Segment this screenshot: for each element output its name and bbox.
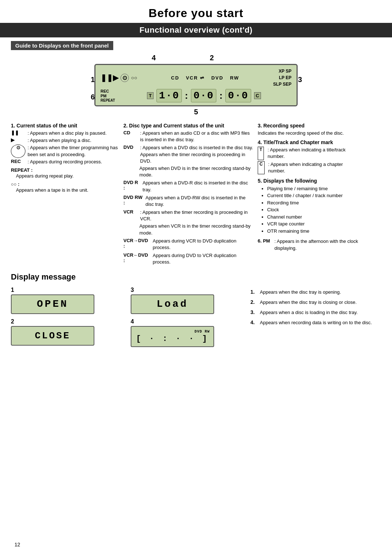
msg-num-2: 2 — [11, 318, 131, 325]
right-item-text-1: Appears when the disc tray is opening. — [260, 289, 341, 296]
section2-dvd: DVD : Appears when a DVD disc is inserte… — [123, 144, 254, 164]
vcr-text1: : Appears when the timer recording is pr… — [140, 209, 254, 222]
lcd-label-cd: CD — [171, 75, 179, 81]
column-1: 1. Current status of the unit ❚❚ : Appea… — [11, 123, 123, 266]
lcd-labels-right: XP SP LP EP SLP SEP — [273, 68, 291, 87]
repeat-text: Appears during repeat play. — [16, 173, 120, 179]
bullet-playing-time: Playing time / remaining time — [267, 185, 359, 192]
timer-icon: ⊙ — [121, 74, 129, 82]
dvdrw-label: DVD RW : — [123, 195, 143, 208]
section2-vcr-dvd: VCR→DVD : Appears during VCR to DVD dupl… — [123, 238, 254, 251]
digit-block-3: 0·0 — [225, 89, 251, 102]
play-text: : Appears when playing a disc. — [28, 137, 91, 144]
section6: 6. PM : Appears in the afternoon with th… — [258, 238, 359, 251]
lcd-rec-label: REC — [101, 89, 115, 93]
repeat-label: REPEAT : — [11, 167, 33, 173]
msg-display-1: OPEN — [11, 294, 94, 314]
vcr-label: VCR — [123, 209, 138, 222]
display-msg-mid: 3 Load 4 DVD RW [ · : · · ] — [131, 287, 250, 351]
msg-num-1: 1 — [11, 287, 131, 293]
lcd-top-row: ❚❚▶ ⊙ ○○ CD VCR ⇌ DVD RW XP SP LP EP — [101, 68, 291, 87]
lcd-lpep: LP EP — [273, 74, 291, 81]
bullet-title-chapter: Current title / chapter / track number — [267, 192, 359, 199]
oo-icon: ○○ — [131, 75, 137, 81]
page: Before you start Functional overview (co… — [0, 0, 392, 554]
msg-block-1: 1 OPEN — [11, 287, 131, 314]
section1-item-pause: ❚❚ : Appears when a disc play is paused. — [11, 130, 120, 137]
panel-num-2: 2 — [210, 54, 214, 62]
rec-text: : Appears during recording process. — [28, 159, 102, 165]
panel-num-3: 3 — [298, 76, 302, 84]
lcd-small-labels: REC PM REPEAT — [101, 89, 115, 102]
section1-item-timer: ⊙ : Appears when the timer programming h… — [11, 144, 120, 158]
dvdr-label: DVD R : — [123, 180, 140, 193]
dvdrw-text: Appears when a DVD-RW disc is inserted i… — [146, 195, 254, 208]
section5-list: Playing time / remaining time Current ti… — [261, 185, 359, 235]
lcd-label-vcr: VCR ⇌ — [186, 75, 205, 81]
msg-block-2: 2 CLOSE — [11, 318, 131, 346]
right-item-num-4: 4. — [250, 319, 257, 326]
digit-block-2: 0·0 — [191, 89, 216, 102]
lcd-panel: ❚❚▶ ⊙ ○○ CD VCR ⇌ DVD RW XP SP LP EP — [94, 64, 298, 106]
msg-num-3: 3 — [131, 287, 250, 293]
dvd-label: DVD — [123, 144, 138, 164]
bullet-recording-time: Recording time — [267, 199, 359, 207]
msg-display-4: DVD RW [ · : · · ] — [131, 326, 214, 347]
lcd-label-rw: RW — [230, 75, 239, 81]
content-area: 1. Current status of the unit ❚❚ : Appea… — [0, 116, 392, 266]
section1-repeat: REPEAT : Appears during repeat play. — [11, 167, 120, 179]
right-item-1: 1. Appears when the disc tray is opening… — [250, 289, 381, 296]
right-item-text-3: Appears when a disc is loading in the di… — [260, 309, 358, 316]
section-label: Guide to Displays on the front panel — [11, 41, 113, 50]
lcd-slpsep: SLP SEP — [273, 81, 291, 87]
page-number: 12 — [15, 542, 20, 547]
lcd-panel-container: ❚❚▶ ⊙ ○○ CD VCR ⇌ DVD RW XP SP LP EP — [94, 64, 298, 106]
right-item-num-2: 2. — [250, 299, 257, 306]
lcd-icons-left: ❚❚▶ ⊙ ○○ — [101, 73, 137, 82]
msg-display-3: Load — [131, 294, 214, 314]
section5-title: 5. Displays the following — [258, 178, 359, 184]
section3-text: Indicates the recording speed of the dis… — [258, 130, 359, 137]
bullet-clock: Clock — [267, 206, 359, 213]
dvdr-text: Appears when a DVD-R disc is inserted in… — [143, 180, 254, 193]
section2-cd: CD : Appears when an audio CD or a disc … — [123, 130, 254, 143]
play-symbol: ▶ — [11, 137, 25, 144]
colon-2: : — [219, 90, 222, 101]
title-icon: T — [147, 92, 154, 99]
section2-vcr: VCR : Appears when the timer recording i… — [123, 209, 254, 222]
c-icon: C — [258, 161, 265, 174]
oo-label: ○○ : — [11, 182, 20, 187]
msg-num-4: 4 — [131, 318, 250, 325]
pause-icon: ❚❚▶ — [101, 73, 118, 82]
dvd-vcr-label: VCR←DVD : — [123, 252, 151, 265]
right-item-num-1: 1. — [250, 289, 257, 296]
cd-text: : Appears when an audio CD or a disc wit… — [140, 130, 254, 143]
section6-label: 6. PM — [258, 238, 272, 251]
t-icon: T — [258, 147, 264, 160]
rec-symbol: REC — [11, 159, 25, 165]
vcr-dvd-label: VCR→DVD : — [123, 238, 151, 251]
section4-t: T : Appears when indicating a title/trac… — [258, 147, 359, 160]
panel-wrapper: 4 2 1 6 3 ❚❚▶ ⊙ ○○ CD — [60, 50, 332, 116]
cd-label: CD — [123, 130, 138, 143]
msg-text-close: CLOSE — [35, 330, 70, 341]
right-item-2: 2. Appears when the disc tray is closing… — [250, 299, 381, 306]
lcd-repeat-label: REPEAT — [101, 98, 115, 102]
right-items: 1. Appears when the disc tray is opening… — [250, 287, 381, 326]
main-title: Before you start — [0, 0, 392, 23]
lcd-pm-label: PM — [101, 94, 115, 98]
display-message-title: Display message — [11, 272, 381, 282]
t-text: : Appears when indicating a title/track … — [268, 147, 359, 160]
c-text: : Appears when indicating a chapter numb… — [268, 161, 359, 174]
panel-num-5: 5 — [69, 108, 323, 116]
bullet-vcr-counter: VCR tape counter — [267, 220, 359, 228]
lcd-labels-center: CD VCR ⇌ DVD RW — [171, 75, 239, 81]
right-item-text-4: Appears when recording data is writing o… — [260, 319, 372, 326]
right-item-3: 3. Appears when a disc is loading in the… — [250, 309, 381, 316]
section1-title: 1. Current status of the unit — [11, 123, 120, 129]
section2-dvdr: DVD R : Appears when a DVD-R disc is ins… — [123, 180, 254, 193]
dvd-vcr-text: Appears during DVD to VCR duplication pr… — [153, 252, 254, 265]
pause-text: : Appears when a disc play is paused. — [28, 130, 107, 137]
section1-oo: ○○ : Appears when a tape is in the unit. — [11, 182, 120, 194]
dvd-text2: Appears when DVD is in the timer recordi… — [139, 165, 254, 178]
